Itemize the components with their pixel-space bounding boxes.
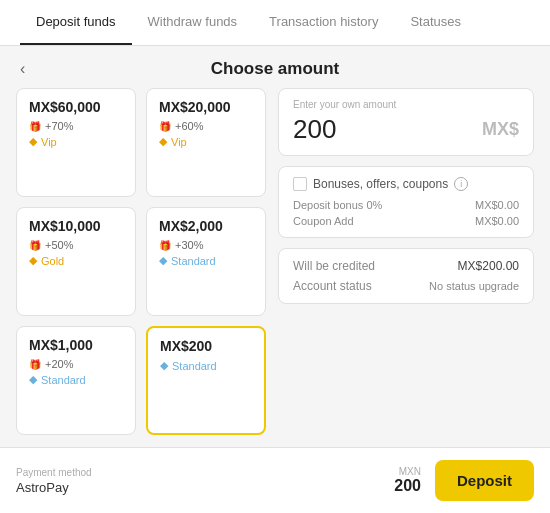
card-bonus: +20% [45, 358, 73, 370]
page-header: ‹ Choose amount [0, 46, 550, 88]
bonuses-label: Bonuses, offers, coupons [313, 177, 448, 191]
card-amount: MX$1,000 [29, 337, 123, 353]
custom-amount-value[interactable]: 200 [293, 114, 336, 145]
coupon-add-link[interactable]: Add [334, 215, 354, 227]
bonuses-checkbox[interactable] [293, 177, 307, 191]
account-status-label: Account status [293, 279, 372, 293]
amount-cards-grid: MX$60,000 🎁 +70% ◆ Vip MX$20,000 🎁 +60% [16, 88, 266, 435]
bonuses-section: Bonuses, offers, coupons i Deposit bonus… [278, 166, 534, 238]
card-tier: Standard [172, 360, 217, 372]
payment-method-section: Payment method AstroPay [16, 467, 92, 495]
coupon-label: Coupon Add [293, 215, 354, 227]
payment-method-value: AstroPay [16, 480, 92, 495]
info-icon[interactable]: i [454, 177, 468, 191]
right-panel: Enter your own amount 200 MX$ Bonuses, o… [278, 88, 534, 435]
card-tier: Standard [171, 255, 216, 267]
card-bonus: +50% [45, 239, 73, 251]
footer-amount: MXN 200 [394, 466, 421, 495]
card-amount: MX$200 [160, 338, 252, 354]
card-amount: MX$60,000 [29, 99, 123, 115]
tabs-bar: Deposit funds Withdraw funds Transaction… [0, 0, 550, 46]
footer-currency: MXN [394, 466, 421, 477]
deposit-bonus-label: Deposit bonus 0% [293, 199, 382, 211]
tab-withdraw[interactable]: Withdraw funds [132, 0, 254, 45]
amount-card-20000[interactable]: MX$20,000 🎁 +60% ◆ Vip [146, 88, 266, 197]
account-status-value: No status upgrade [429, 280, 519, 292]
card-tier: Gold [41, 255, 64, 267]
custom-amount-box: Enter your own amount 200 MX$ [278, 88, 534, 156]
card-bonus: +60% [175, 120, 203, 132]
credited-label: Will be credited [293, 259, 375, 273]
card-bonus: +70% [45, 120, 73, 132]
tab-statuses[interactable]: Statuses [394, 0, 477, 45]
card-tier: Standard [41, 374, 86, 386]
footer-right: MXN 200 Deposit [394, 460, 534, 501]
amount-card-1000[interactable]: MX$1,000 🎁 +20% ◆ Standard [16, 326, 136, 435]
card-amount: MX$20,000 [159, 99, 253, 115]
credited-value: MX$200.00 [458, 259, 519, 273]
footer: Payment method AstroPay MXN 200 Deposit [0, 447, 550, 513]
gift-icon: 🎁 [29, 240, 41, 251]
deposit-button[interactable]: Deposit [435, 460, 534, 501]
card-bonus: +30% [175, 239, 203, 251]
tier-icon-vip: ◆ [29, 135, 37, 148]
card-amount: MX$10,000 [29, 218, 123, 234]
card-tier: Vip [171, 136, 187, 148]
tab-deposit[interactable]: Deposit funds [20, 0, 132, 45]
footer-value: 200 [394, 477, 421, 495]
summary-section: Will be credited MX$200.00 Account statu… [278, 248, 534, 304]
tab-history[interactable]: Transaction history [253, 0, 394, 45]
tier-icon-standard: ◆ [159, 254, 167, 267]
gift-icon: 🎁 [29, 359, 41, 370]
amount-card-2000[interactable]: MX$2,000 🎁 +30% ◆ Standard [146, 207, 266, 316]
back-button[interactable]: ‹ [20, 60, 25, 78]
gift-icon: 🎁 [29, 121, 41, 132]
currency-label: MX$ [482, 119, 519, 140]
payment-method-label: Payment method [16, 467, 92, 478]
amount-card-60000[interactable]: MX$60,000 🎁 +70% ◆ Vip [16, 88, 136, 197]
amount-card-10000[interactable]: MX$10,000 🎁 +50% ◆ Gold [16, 207, 136, 316]
coupon-value: MX$0.00 [475, 215, 519, 227]
gift-icon: 🎁 [159, 240, 171, 251]
main-container: Deposit funds Withdraw funds Transaction… [0, 0, 550, 513]
card-tier: Vip [41, 136, 57, 148]
deposit-bonus-value: MX$0.00 [475, 199, 519, 211]
tier-icon-vip: ◆ [159, 135, 167, 148]
main-content: MX$60,000 🎁 +70% ◆ Vip MX$20,000 🎁 +60% [0, 88, 550, 447]
card-amount: MX$2,000 [159, 218, 253, 234]
tier-icon-standard: ◆ [160, 359, 168, 372]
page-title: Choose amount [211, 59, 339, 79]
tier-icon-standard: ◆ [29, 373, 37, 386]
amount-card-200[interactable]: MX$200 ◆ Standard [146, 326, 266, 435]
gift-icon: 🎁 [159, 121, 171, 132]
tier-icon-gold: ◆ [29, 254, 37, 267]
custom-amount-label: Enter your own amount [293, 99, 519, 110]
